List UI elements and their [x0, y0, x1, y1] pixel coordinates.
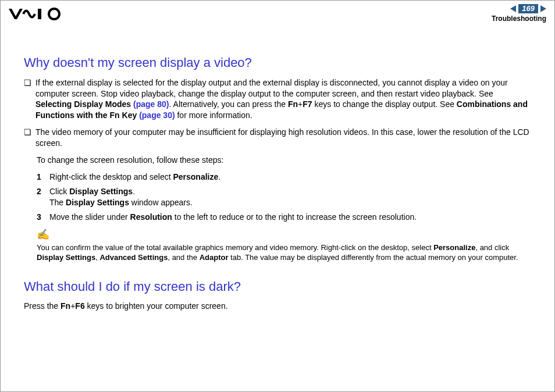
page-container: 169 Troubleshooting Why doesn't my scree…: [0, 0, 555, 392]
steps-lead: To change the screen resolution, follow …: [37, 155, 531, 166]
bold-text: Personalize: [433, 243, 475, 252]
bold-text: Resolution: [130, 212, 172, 222]
heading-dark-screen: What should I do if my screen is dark?: [24, 278, 531, 295]
bullet-2-body: The video memory of your computer may be…: [35, 127, 531, 149]
step-number: 3: [37, 212, 49, 223]
bullet-2: ❏ The video memory of your computer may …: [24, 127, 531, 149]
step-number: 1: [37, 172, 49, 183]
key-fn: Fn: [61, 301, 70, 311]
text: Click: [49, 187, 69, 196]
bold-text: Advanced Settings: [99, 253, 168, 262]
text: The: [49, 198, 66, 207]
section-label: Troubleshooting: [492, 15, 546, 23]
key-f7: F7: [303, 99, 312, 109]
note-icon: ✍: [37, 228, 531, 241]
content: Why doesn't my screen display a video? ❏…: [1, 20, 554, 312]
text: to the left to reduce or to the right to…: [172, 212, 417, 222]
step-2-body: Click Display Settings. The Display Sett…: [49, 186, 531, 208]
text: window appears.: [129, 198, 193, 207]
bullet-icon: ❏: [24, 127, 35, 149]
text: . Alternatively, you can press the: [169, 99, 288, 109]
step-3: 3 Move the slider under Resolution to th…: [37, 212, 531, 223]
text: Right-click the desktop and select: [49, 172, 173, 181]
text: keys to change the display output. See: [312, 99, 457, 109]
text: , and click: [475, 243, 509, 252]
bold-text: Adaptor: [200, 253, 229, 262]
bold-text: Personalize: [173, 172, 218, 181]
svg-point-1: [49, 9, 59, 19]
step-1: 1 Right-click the desktop and select Per…: [37, 172, 531, 183]
text: .: [218, 172, 220, 181]
text: Press the: [24, 301, 61, 311]
bullet-1-body: If the external display is selected for …: [35, 77, 531, 122]
svg-rect-0: [38, 9, 41, 19]
text: You can confirm the value of the total a…: [37, 243, 433, 252]
text: tab. The value may be displayed differen…: [228, 253, 518, 262]
text: Move the slider under: [49, 212, 130, 222]
next-page-arrow-icon[interactable]: [540, 5, 546, 12]
step-2: 2 Click Display Settings. The Display Se…: [37, 186, 531, 208]
step-number: 2: [37, 186, 49, 208]
text: +: [298, 99, 303, 109]
heading-video: Why doesn't my screen display a video?: [24, 54, 531, 72]
header-right: 169 Troubleshooting: [492, 4, 546, 23]
text: for more information.: [175, 111, 252, 120]
prev-page-arrow-icon[interactable]: [510, 5, 516, 12]
text: keys to brighten your computer screen.: [85, 301, 228, 311]
bold-text: Display Settings: [37, 253, 95, 262]
bullet-icon: ❏: [24, 77, 35, 122]
page-number: 169: [518, 4, 538, 13]
vaio-logo: [9, 8, 67, 20]
key-f6: F6: [75, 301, 84, 311]
page-link-30[interactable]: (page 30): [139, 111, 175, 120]
dark-screen-answer: Press the Fn+F6 keys to brighten your co…: [24, 301, 531, 312]
bold-text: Selecting Display Modes: [35, 99, 131, 109]
step-1-body: Right-click the desktop and select Perso…: [49, 172, 531, 183]
bullet-1: ❏ If the external display is selected fo…: [24, 77, 531, 122]
page-number-nav: 169: [492, 4, 546, 13]
key-fn: Fn: [288, 99, 298, 109]
header: 169 Troubleshooting: [1, 1, 554, 20]
page-link-80[interactable]: (page 80): [133, 99, 169, 109]
text: If the external display is selected for …: [35, 78, 508, 98]
note-body: You can confirm the value of the total a…: [37, 243, 531, 263]
note-block: ✍ You can confirm the value of the total…: [37, 228, 531, 262]
bold-text: Display Settings: [66, 198, 129, 207]
text: .: [133, 187, 135, 196]
bold-text: Display Settings: [69, 187, 133, 196]
step-3-body: Move the slider under Resolution to the …: [49, 212, 531, 223]
text: , and the: [168, 253, 199, 262]
